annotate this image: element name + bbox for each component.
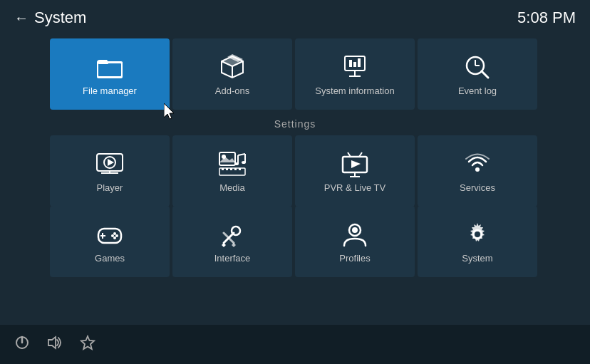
svg-marker-66 xyxy=(48,337,56,348)
system-information-label: System information xyxy=(315,85,394,96)
svg-line-28 xyxy=(238,154,245,155)
tile-system[interactable]: System xyxy=(418,206,537,277)
svg-rect-2 xyxy=(98,61,108,64)
add-ons-label: Add-ons xyxy=(215,85,249,96)
svg-rect-34 xyxy=(222,168,224,170)
media-icon xyxy=(218,150,247,178)
svg-rect-35 xyxy=(226,168,228,170)
tile-event-log[interactable]: Event log xyxy=(418,38,537,110)
clock: 5:08 PM xyxy=(517,9,576,27)
system-icon xyxy=(463,220,492,249)
settings-section: Settings Player xyxy=(0,118,590,274)
settings-title: Settings xyxy=(50,118,540,130)
tile-add-ons[interactable]: Add-ons xyxy=(172,38,292,110)
add-ons-icon xyxy=(218,53,247,81)
svg-point-52 xyxy=(113,236,116,239)
svg-marker-22 xyxy=(108,159,114,166)
top-tiles: File manager Add-ons System information xyxy=(0,38,590,110)
services-icon xyxy=(463,150,492,178)
svg-point-51 xyxy=(115,234,118,237)
tile-pvr-live-tv[interactable]: PVR & Live TV xyxy=(295,135,415,207)
page-title: System xyxy=(34,9,86,27)
svg-marker-45 xyxy=(351,160,361,168)
svg-rect-13 xyxy=(353,62,356,67)
settings-grid: Player Medi xyxy=(50,135,540,274)
svg-marker-58 xyxy=(232,243,236,247)
player-icon xyxy=(95,150,124,178)
svg-point-31 xyxy=(234,162,239,165)
pvr-live-tv-icon xyxy=(341,150,369,178)
svg-point-53 xyxy=(111,234,114,237)
svg-point-46 xyxy=(475,167,480,172)
svg-rect-38 xyxy=(239,168,241,170)
tile-player[interactable]: Player xyxy=(50,135,170,207)
tile-file-manager[interactable]: File manager xyxy=(50,38,170,110)
svg-marker-67 xyxy=(81,336,94,349)
svg-point-55 xyxy=(232,227,240,235)
svg-rect-12 xyxy=(349,60,352,67)
svg-rect-36 xyxy=(230,168,232,170)
system-label: System xyxy=(462,253,492,264)
tile-system-information[interactable]: System information xyxy=(295,38,415,110)
services-label: Services xyxy=(460,182,495,193)
svg-point-32 xyxy=(242,161,246,164)
volume-button[interactable] xyxy=(47,335,63,354)
tile-media[interactable]: Media xyxy=(172,135,292,207)
tile-profiles[interactable]: Profiles xyxy=(295,206,415,277)
games-icon xyxy=(95,220,124,249)
svg-line-18 xyxy=(482,71,488,78)
profiles-label: Profiles xyxy=(339,253,370,264)
svg-marker-57 xyxy=(222,243,226,247)
profiles-icon xyxy=(341,220,369,249)
svg-point-19 xyxy=(481,70,483,72)
header: ← System 5:08 PM xyxy=(0,0,590,36)
file-manager-label: File manager xyxy=(83,85,137,96)
tile-services[interactable]: Services xyxy=(418,135,537,207)
favorites-button[interactable] xyxy=(80,335,95,354)
system-information-icon xyxy=(341,53,369,81)
svg-rect-37 xyxy=(234,168,237,170)
games-label: Games xyxy=(95,253,125,264)
tile-games[interactable]: Games xyxy=(50,206,170,277)
power-button[interactable] xyxy=(14,335,30,354)
interface-label: Interface xyxy=(214,253,251,264)
bottom-bar xyxy=(0,325,590,364)
header-left: ← System xyxy=(14,9,86,27)
tile-interface[interactable]: Interface xyxy=(172,206,292,277)
event-log-label: Event log xyxy=(458,85,497,96)
event-log-icon xyxy=(463,53,492,81)
svg-point-62 xyxy=(475,232,480,237)
pvr-live-tv-label: PVR & Live TV xyxy=(324,182,385,193)
back-icon[interactable]: ← xyxy=(14,10,29,26)
interface-icon xyxy=(218,220,247,249)
svg-rect-1 xyxy=(98,63,121,76)
player-label: Player xyxy=(97,182,123,193)
svg-point-60 xyxy=(352,227,358,233)
svg-rect-14 xyxy=(358,58,361,67)
svg-point-50 xyxy=(113,232,116,235)
file-manager-icon xyxy=(95,53,124,81)
media-label: Media xyxy=(219,182,244,193)
